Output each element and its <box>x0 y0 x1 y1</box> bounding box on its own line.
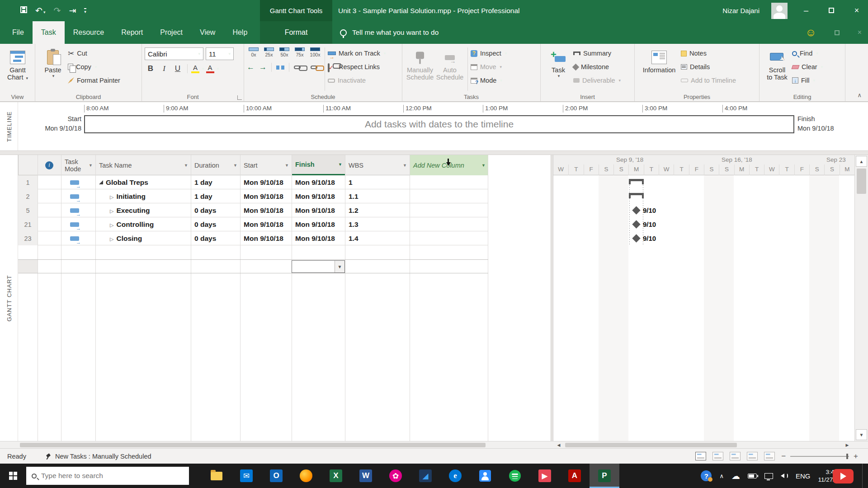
cell-task-mode[interactable] <box>61 203 95 217</box>
gantt-scroll-thumb[interactable] <box>565 443 737 447</box>
summary-task-bar[interactable] <box>629 179 644 183</box>
view-shortcut-task-usage[interactable] <box>712 452 723 460</box>
unlink-tasks-icon[interactable] <box>311 66 317 69</box>
cell-dropdown-icon[interactable]: ▼ <box>335 261 344 272</box>
cell-finish[interactable]: Mon 9/10/18 <box>292 189 345 203</box>
zoom-out-icon[interactable]: − <box>781 452 786 461</box>
cell-task-name[interactable]: Initiating <box>95 189 191 203</box>
battery-icon[interactable] <box>748 474 757 479</box>
cell-wbs[interactable]: 1 <box>345 175 410 189</box>
gantt-pane-strip[interactable]: GANTT CHART <box>0 155 18 441</box>
taskbar-icon-app-red[interactable]: ▶ <box>530 464 560 488</box>
taskbar-icon-app-pink[interactable]: ✿ <box>381 464 410 488</box>
cell-finish[interactable]: Mon 9/10/18 <box>292 231 345 245</box>
tell-me-box[interactable]: Tell me what you want to do <box>340 21 439 44</box>
cell-task-name[interactable]: Global Treps <box>95 175 191 189</box>
tab-project[interactable]: Project <box>151 21 191 44</box>
taskbar-icon-outlook[interactable]: O <box>261 464 291 488</box>
cell-finish[interactable]: Mon 9/10/18 <box>292 217 345 231</box>
respect-links-button[interactable]: Respect Links <box>328 61 386 72</box>
cell-finish[interactable]: Mon 9/10/18 <box>292 175 345 189</box>
tab-task[interactable]: Task <box>33 21 65 44</box>
cell-wbs[interactable]: 1.4 <box>345 231 410 245</box>
paste-button[interactable]: Paste ▾ <box>38 46 68 93</box>
highlight-color-button[interactable]: A <box>191 65 199 73</box>
taskbar-icon-word[interactable]: W <box>351 464 381 488</box>
cell-task-mode[interactable] <box>61 217 95 231</box>
cell-wbs[interactable]: 1.1 <box>345 189 410 203</box>
scroll-up-icon[interactable]: ▲ <box>856 156 867 167</box>
network-icon[interactable] <box>764 473 773 479</box>
italic-button[interactable]: I <box>158 64 170 73</box>
view-shortcut-team-planner[interactable] <box>730 452 741 460</box>
taskbar-icon-firefox[interactable] <box>291 464 321 488</box>
row-number[interactable]: 5 <box>18 203 38 217</box>
mark-on-track-button[interactable]: Mark on Track▾ <box>328 48 386 59</box>
account-name[interactable]: Nizar Dajani <box>722 7 760 14</box>
cell-task-mode[interactable] <box>61 175 95 189</box>
save-icon[interactable] <box>20 6 27 15</box>
vertical-scroll-thumb[interactable] <box>857 169 866 194</box>
milestone-diamond[interactable] <box>632 234 640 242</box>
bold-button[interactable]: B <box>145 64 156 73</box>
taskbar-icon-file-explorer[interactable] <box>202 464 231 488</box>
customize-qat-icon[interactable]: ▾ <box>84 7 86 15</box>
undo-button[interactable]: ↶▾ <box>35 6 45 15</box>
collapse-ribbon-icon[interactable]: ∧ <box>857 92 862 99</box>
language-indicator[interactable]: ENG <box>796 472 811 480</box>
restore-button[interactable] <box>825 6 838 15</box>
taskbar-icon-app-blue-person[interactable] <box>470 464 500 488</box>
taskbar-icon-edge[interactable]: e <box>440 464 470 488</box>
column-header-task-mode[interactable]: TaskMode ▼ <box>61 155 95 175</box>
table-row[interactable]: 23 Closing 0 days Mon 9/10/18 Mon 9/10/1… <box>18 231 488 245</box>
percent-100-button[interactable]: 100x <box>308 46 322 57</box>
details-button[interactable]: Details <box>681 61 736 72</box>
table-row[interactable]: 1 Global Treps 1 day Mon 9/10/18 Mon 9/1… <box>18 175 488 189</box>
gantt-body[interactable]: 9/10 9/10 9/10 <box>553 175 854 441</box>
tray-chevron-icon[interactable]: ∧ <box>719 473 724 479</box>
table-row[interactable]: 21 Controlling 0 days Mon 9/10/18 Mon 9/… <box>18 217 488 231</box>
milestone-diamond[interactable] <box>632 206 640 214</box>
cell-start[interactable]: Mon 9/10/18 <box>240 231 292 245</box>
avatar[interactable] <box>771 3 788 19</box>
cell-task-name[interactable]: Closing <box>95 231 191 245</box>
indent-task-icon[interactable]: → <box>259 63 267 72</box>
table-row[interactable]: 2 Initiating 1 day Mon 9/10/18 Mon 9/10/… <box>18 189 488 203</box>
outdent-task-icon[interactable]: ← <box>247 63 255 72</box>
close-button[interactable]: × <box>850 6 863 15</box>
taskbar-icon-project-active[interactable]: P <box>590 464 619 488</box>
row-number[interactable]: 2 <box>18 189 38 203</box>
gantt-timescale-header[interactable]: Sep 9, '18 Sep 16, '18 Sep 23 W T F S S … <box>553 155 854 175</box>
taskbar-icon-excel[interactable]: X <box>321 464 351 488</box>
insert-task-qat-icon[interactable]: ⇥ <box>69 6 76 15</box>
clear-button[interactable]: Clear▾ <box>792 61 823 72</box>
tab-report[interactable]: Report <box>113 21 151 44</box>
timeline-pane-strip[interactable]: TIMELINE <box>0 102 18 150</box>
taskbar-icon-spotify[interactable] <box>500 464 530 488</box>
onedrive-icon[interactable]: ☁ <box>731 471 740 481</box>
font-size-select[interactable]: 11▾ <box>206 47 234 60</box>
collapse-icon[interactable] <box>110 221 113 229</box>
filter-caret-icon[interactable]: ▼ <box>89 162 93 169</box>
row-number[interactable]: 1 <box>18 175 38 189</box>
insert-milestone-button[interactable]: Milestone <box>573 61 621 72</box>
timeline-placeholder-box[interactable]: Add tasks with dates to the timeline <box>84 115 794 133</box>
new-tasks-mode[interactable]: New Tasks : Manually Scheduled <box>55 453 151 460</box>
taskbar-search[interactable] <box>26 467 189 485</box>
feedback-smiley-icon[interactable]: ☺ <box>805 27 816 38</box>
tab-resource[interactable]: Resource <box>65 21 113 44</box>
column-header-wbs[interactable]: WBS▼ <box>345 155 410 175</box>
summary-task-bar[interactable] <box>629 193 644 197</box>
tab-format[interactable]: Format <box>260 21 332 44</box>
recording-play-overlay-icon[interactable] <box>833 469 854 483</box>
scroll-to-task-button[interactable]: ➤ Scroll to Task <box>762 46 792 93</box>
help-icon[interactable]: ? <box>701 470 712 481</box>
cell-start[interactable]: Mon 9/10/18 <box>240 189 292 203</box>
collapse-icon[interactable] <box>110 235 113 243</box>
scroll-down-icon[interactable]: ▼ <box>856 429 867 440</box>
table-scroll-thumb[interactable] <box>20 443 486 447</box>
inspect-button[interactable]: ? Inspect▾ <box>471 48 507 59</box>
percent-50-button[interactable]: 50x <box>278 46 291 57</box>
split-task-icon[interactable] <box>276 66 284 70</box>
pane-separator[interactable] <box>0 150 868 155</box>
